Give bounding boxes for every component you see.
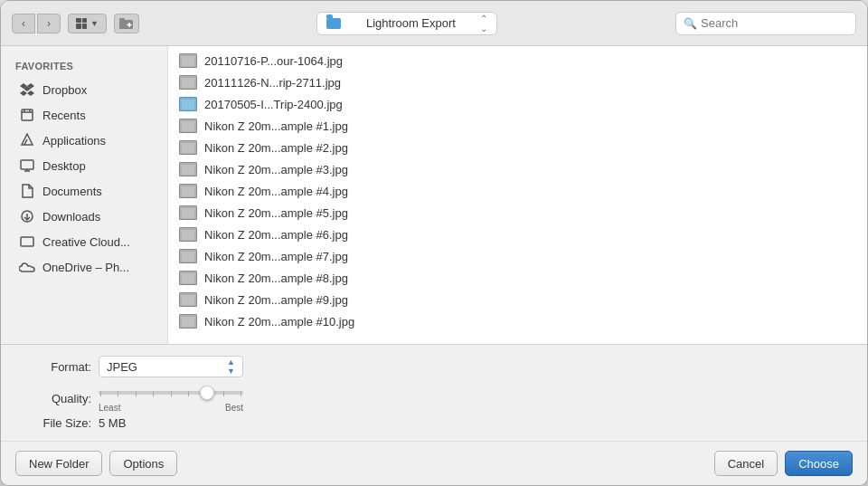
sidebar: Favorites Dropbox: [1, 46, 168, 344]
file-name: 20110716-P...our-1064.jpg: [204, 54, 343, 68]
svg-rect-25: [182, 165, 194, 175]
svg-rect-32: [182, 317, 194, 327]
file-thumbnail: [179, 227, 197, 242]
slider-labels: Least Best: [99, 403, 243, 413]
svg-rect-14: [21, 160, 33, 169]
slider-tick: [171, 391, 172, 396]
quality-slider-thumb[interactable]: [200, 386, 214, 400]
folder-icon: [326, 18, 341, 29]
slider-tick: [223, 391, 224, 396]
file-item[interactable]: Nikon Z 20m...ample #9.jpg: [168, 289, 867, 310]
applications-icon: [19, 132, 35, 148]
svg-line-13: [24, 139, 27, 145]
file-item[interactable]: Nikon Z 20m...ample #10.jpg: [168, 310, 867, 332]
file-item[interactable]: Nikon Z 20m...ample #7.jpg: [168, 245, 867, 267]
bottom-panel: Format: JPEG ▲ ▼ Quality:: [1, 344, 867, 441]
new-folder-toolbar-button[interactable]: [114, 14, 139, 33]
svg-rect-1: [119, 18, 125, 22]
options-button[interactable]: Options: [109, 451, 177, 476]
nav-buttons: ‹ ›: [12, 14, 61, 33]
location-dropdown[interactable]: Lightroom Export ⌃⌄: [316, 12, 497, 35]
filesize-value: 5 MB: [99, 416, 126, 430]
svg-marker-6: [20, 91, 27, 96]
svg-rect-20: [182, 56, 194, 66]
file-item[interactable]: 20170505-I...Trip-2400.jpg: [168, 93, 867, 115]
svg-rect-29: [182, 252, 194, 262]
chevron-down-icon: ▼: [90, 19, 99, 28]
sidebar-label-onedrive: OneDrive – Ph...: [42, 261, 129, 274]
file-list[interactable]: 20110716-P...our-1064.jpg20111126-N...ri…: [168, 46, 867, 344]
back-button[interactable]: ‹: [12, 14, 35, 33]
sidebar-item-recents[interactable]: Recents: [5, 102, 164, 128]
forward-button[interactable]: ›: [37, 14, 61, 33]
new-folder-button[interactable]: New Folder: [15, 451, 102, 476]
file-item[interactable]: 20110716-P...our-1064.jpg: [168, 50, 867, 71]
slider-tick: [241, 391, 241, 396]
file-item[interactable]: Nikon Z 20m...ample #1.jpg: [168, 115, 867, 137]
svg-rect-19: [21, 237, 33, 246]
search-icon: 🔍: [684, 17, 697, 30]
file-thumbnail: [179, 314, 197, 329]
file-item[interactable]: Nikon Z 20m...ample #2.jpg: [168, 137, 867, 158]
view-grid-icon: [76, 18, 87, 29]
format-select[interactable]: JPEG ▲ ▼: [99, 356, 243, 377]
file-name: Nikon Z 20m...ample #7.jpg: [204, 250, 348, 263]
file-item[interactable]: Nikon Z 20m...ample #8.jpg: [168, 267, 867, 289]
file-name: Nikon Z 20m...ample #2.jpg: [204, 141, 348, 155]
sidebar-label-creative-cloud: Creative Cloud...: [42, 235, 130, 249]
toolbar: ‹ › ▼ Lightroom Export ⌃⌄ 🔍: [1, 1, 867, 46]
svg-rect-24: [182, 143, 194, 153]
file-thumbnail: [179, 53, 197, 68]
file-thumbnail: [179, 271, 197, 285]
sidebar-item-documents[interactable]: Documents: [5, 178, 164, 204]
file-item[interactable]: Nikon Z 20m...ample #5.jpg: [168, 202, 867, 224]
sidebar-item-desktop[interactable]: Desktop: [5, 153, 164, 178]
sidebar-label-dropbox: Dropbox: [42, 83, 87, 97]
svg-rect-30: [182, 273, 194, 283]
choose-button[interactable]: Choose: [785, 451, 853, 476]
main-content: Favorites Dropbox: [1, 46, 867, 344]
footer-right: Cancel Choose: [714, 451, 853, 476]
sidebar-item-onedrive[interactable]: OneDrive – Ph...: [5, 254, 164, 280]
quality-label: Quality:: [19, 392, 91, 405]
file-thumbnail: [179, 119, 197, 133]
file-name: Nikon Z 20m...ample #6.jpg: [204, 228, 348, 242]
file-thumbnail: [179, 75, 197, 90]
sidebar-item-downloads[interactable]: Downloads: [5, 204, 164, 229]
svg-rect-22: [182, 100, 194, 110]
cancel-button[interactable]: Cancel: [714, 451, 778, 476]
svg-rect-26: [182, 186, 194, 196]
file-thumbnail: [179, 97, 197, 111]
file-thumbnail: [179, 292, 197, 307]
select-arrows-icon: ▲ ▼: [227, 357, 235, 376]
slider-tick: [118, 391, 118, 396]
footer: New Folder Options Cancel Choose: [1, 441, 867, 485]
favorites-section-title: Favorites: [1, 57, 167, 77]
file-item[interactable]: Nikon Z 20m...ample #6.jpg: [168, 224, 867, 245]
sidebar-item-dropbox[interactable]: Dropbox: [5, 77, 164, 102]
view-toggle-button[interactable]: ▼: [68, 14, 107, 33]
file-name: Nikon Z 20m...ample #10.jpg: [204, 315, 354, 329]
file-name: 20170505-I...Trip-2400.jpg: [204, 98, 343, 111]
slider-tick: [136, 391, 137, 396]
file-name: Nikon Z 20m...ample #5.jpg: [204, 206, 348, 220]
slider-background: [99, 391, 243, 395]
file-thumbnail: [179, 184, 197, 198]
search-input[interactable]: [701, 16, 836, 30]
sidebar-label-downloads: Downloads: [42, 210, 100, 224]
sidebar-label-applications: Applications: [42, 134, 106, 148]
format-row: Format: JPEG ▲ ▼: [19, 356, 849, 377]
svg-rect-27: [182, 208, 194, 218]
sidebar-item-applications[interactable]: Applications: [5, 128, 164, 153]
file-thumbnail: [179, 249, 197, 263]
file-item[interactable]: Nikon Z 20m...ample #4.jpg: [168, 180, 867, 202]
documents-icon: [19, 183, 35, 199]
search-bar[interactable]: 🔍: [675, 12, 856, 35]
sidebar-item-creative-cloud[interactable]: Creative Cloud...: [5, 229, 164, 254]
file-item[interactable]: 20111126-N...rip-2711.jpg: [168, 71, 867, 93]
file-thumbnail: [179, 162, 197, 176]
file-thumbnail: [179, 140, 197, 155]
file-item[interactable]: Nikon Z 20m...ample #3.jpg: [168, 158, 867, 180]
creative-cloud-icon: [19, 233, 35, 250]
svg-rect-31: [182, 295, 194, 305]
